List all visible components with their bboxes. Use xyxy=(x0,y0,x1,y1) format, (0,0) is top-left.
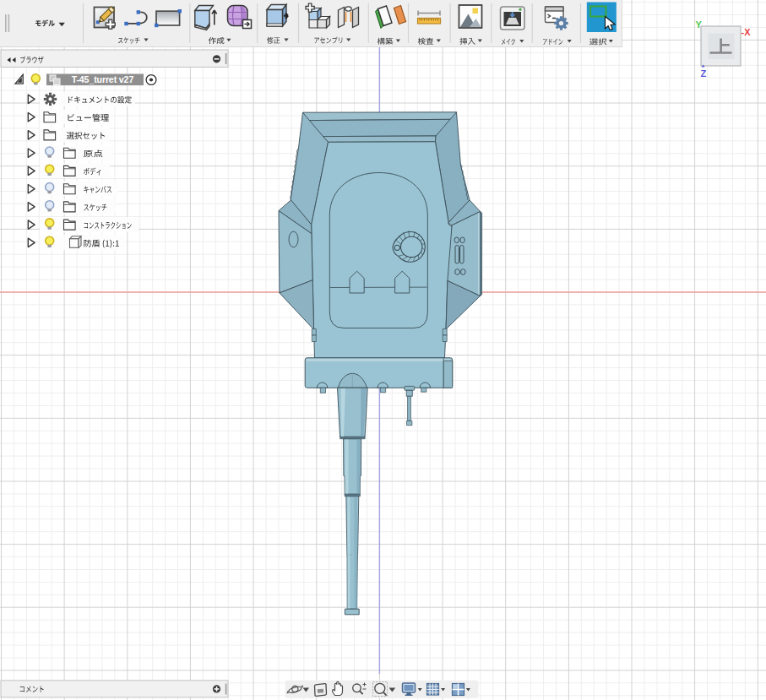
svg-text:Z: Z xyxy=(701,68,707,79)
svg-text:Y: Y xyxy=(696,19,703,30)
svg-text:-X: -X xyxy=(742,27,752,37)
svg-text:T-45_turret v27: T-45_turret v27 xyxy=(72,74,134,84)
